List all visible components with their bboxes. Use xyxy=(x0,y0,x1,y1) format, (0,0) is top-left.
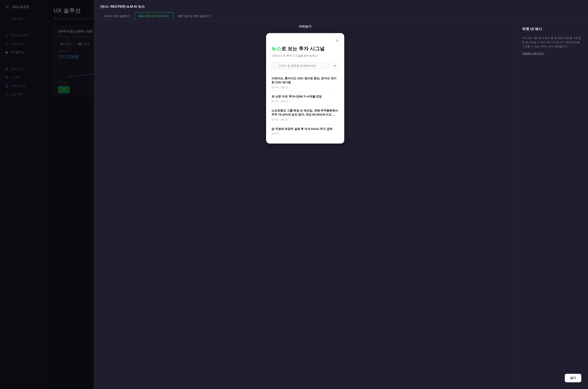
panel-title: [뉴스- REUTER] sLM AI 뉴스 xyxy=(101,4,294,9)
widget-heading-rest: 로 보는 투자 시그널 xyxy=(281,46,294,51)
tab-main-ui[interactable]: Main 화면 용 위젯 UI 예시 xyxy=(135,12,173,20)
panel-tabs: 데이터 푸쉬 설정하기 Main 화면 용 위젯 UI 예시 종목 상세 용 위… xyxy=(101,12,294,20)
search-wrapper: 🔍 xyxy=(271,62,294,69)
news-item-2[interactable]: 소프트뱅크 그룹 회장 손 재선임, 연례 주주총회에서 주주 79.22%의 … xyxy=(271,106,294,124)
news-meta: 로이터 · 2분 전 xyxy=(271,86,294,89)
news-meta: 로이터 · 3분 전 xyxy=(271,118,294,121)
widget-heading-green: 뉴스 xyxy=(271,46,281,51)
news-title: 소프트뱅크 그룹 회장 손 재선임, 연례 주주총회에서 주주 79.22%의 … xyxy=(271,109,294,117)
widget-search-row: 🔍 ⇄ xyxy=(271,62,294,70)
news-source: 로이터 xyxy=(271,132,279,135)
news-title: 이데미쓰, 홋카이도 CDU 정비로 중단, 토아의 게이힌 CDU 재가동 xyxy=(271,76,294,85)
news-time: 2분 전 xyxy=(281,100,288,103)
news-meta: 로이터 xyxy=(271,132,294,135)
panel-body: 미리보기 ✕ 뉴스로 보는 투자 시그널 시장 뉴스로 투자 시그널을 받아보세… xyxy=(94,20,294,194)
tab-detail-widget[interactable]: 종목 상세 용 위젯 설정하기 xyxy=(174,12,214,20)
news-title: 표-닛폰 리트 투자<3296.T>-6개월 전망 xyxy=(271,95,294,98)
widget-heading: 뉴스로 보는 투자 시그널 xyxy=(271,46,294,52)
news-source: 로이터 xyxy=(271,100,279,103)
preview-area: 미리보기 ✕ 뉴스로 보는 투자 시그널 시장 뉴스로 투자 시그널을 받아보세… xyxy=(94,20,294,194)
news-item-3[interactable]: 암 치료제 유망주 실패 후 머크 KGaA 주가 급락 로이터 xyxy=(271,124,294,138)
news-time: 3분 전 xyxy=(281,118,288,121)
widget-subheading: 시장 뉴스로 투자 시그널을 받아보세요 xyxy=(271,54,294,58)
news-time: 2분 전 xyxy=(281,86,288,89)
widget-card: ✕ 뉴스로 보는 투자 시그널 시장 뉴스로 투자 시그널을 받아보세요 🔍 ⇄ xyxy=(266,33,294,144)
news-list: 이데미쓰, 홋카이도 CDU 정비로 중단, 토아의 게이힌 CDU 재가동 로… xyxy=(271,74,294,138)
news-source: 로이터 xyxy=(271,86,279,89)
news-item-0[interactable]: 이데미쓰, 홋카이도 CDU 정비로 중단, 토아의 게이힌 CDU 재가동 로… xyxy=(271,74,294,92)
news-title: 암 치료제 유망주 실패 후 머크 KGaA 주가 급락 xyxy=(271,127,294,131)
news-source: 로이터 xyxy=(271,118,279,121)
side-panel: [뉴스- REUTER] sLM AI 뉴스 데이터 푸쉬 설정하기 Main … xyxy=(94,0,294,194)
tab-data-push[interactable]: 데이터 푸쉬 설정하기 xyxy=(101,12,134,20)
panel-header: [뉴스- REUTER] sLM AI 뉴스 데이터 푸쉬 설정하기 Main … xyxy=(94,0,294,20)
news-item-1[interactable]: 표-닛폰 리트 투자<3296.T>-6개월 전망 로이터 · 2분 전 xyxy=(271,92,294,106)
search-input[interactable] xyxy=(271,62,294,69)
news-meta: 로이터 · 2분 전 xyxy=(271,100,294,103)
